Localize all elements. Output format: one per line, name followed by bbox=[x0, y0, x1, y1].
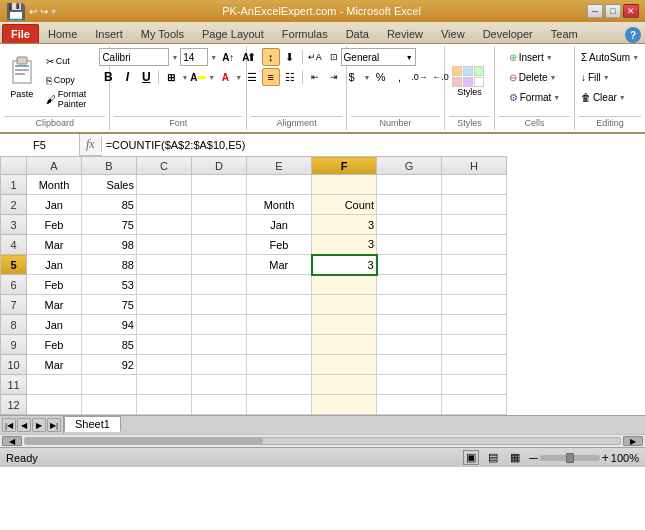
cell-G12[interactable] bbox=[377, 395, 442, 415]
cell-E2[interactable]: Month bbox=[247, 195, 312, 215]
align-right-button[interactable]: ☷ bbox=[281, 68, 299, 86]
italic-button[interactable]: I bbox=[118, 68, 136, 86]
cell-C2[interactable] bbox=[137, 195, 192, 215]
cell-F11[interactable] bbox=[312, 375, 377, 395]
cell-G8[interactable] bbox=[377, 315, 442, 335]
cell-E11[interactable] bbox=[247, 375, 312, 395]
cell-D6[interactable] bbox=[192, 275, 247, 295]
cell-A12[interactable] bbox=[27, 395, 82, 415]
cell-E7[interactable] bbox=[247, 295, 312, 315]
percent-button[interactable]: % bbox=[372, 68, 390, 86]
cell-D2[interactable] bbox=[192, 195, 247, 215]
cell-G4[interactable] bbox=[377, 235, 442, 255]
decrease-indent-button[interactable]: ⇤ bbox=[306, 68, 324, 86]
horizontal-scrollbar[interactable]: ◀ ▶ bbox=[0, 434, 645, 447]
maximize-button[interactable]: □ bbox=[605, 4, 621, 18]
row-header-3[interactable]: 3 bbox=[1, 215, 27, 235]
cell-E8[interactable] bbox=[247, 315, 312, 335]
clear-button[interactable]: 🗑 Clear ▼ bbox=[577, 88, 630, 106]
tab-data[interactable]: Data bbox=[337, 24, 378, 43]
format-button[interactable]: ⚙ Format ▼ bbox=[505, 88, 565, 106]
cell-E6[interactable] bbox=[247, 275, 312, 295]
cell-H2[interactable] bbox=[442, 195, 507, 215]
tab-developer[interactable]: Developer bbox=[474, 24, 542, 43]
top-align-button[interactable]: ⬆ bbox=[243, 48, 261, 66]
cell-A5[interactable]: Jan bbox=[27, 255, 82, 275]
copy-button[interactable]: ⎘ Copy bbox=[42, 71, 106, 89]
cell-D12[interactable] bbox=[192, 395, 247, 415]
cell-G2[interactable] bbox=[377, 195, 442, 215]
cell-A7[interactable]: Mar bbox=[27, 295, 82, 315]
font-name-dropdown-icon[interactable]: ▼ bbox=[171, 54, 178, 61]
cell-B1[interactable]: Sales bbox=[82, 175, 137, 195]
increase-font-button[interactable]: A↑ bbox=[219, 48, 237, 66]
wrap-text-button[interactable]: ↵A bbox=[306, 48, 324, 66]
cell-F2[interactable]: Count bbox=[312, 195, 377, 215]
cell-E4[interactable]: Feb bbox=[247, 235, 312, 255]
cell-C12[interactable] bbox=[137, 395, 192, 415]
col-header-A[interactable]: A bbox=[27, 157, 82, 175]
cell-G6[interactable] bbox=[377, 275, 442, 295]
col-header-E[interactable]: E bbox=[247, 157, 312, 175]
fill-dropdown-icon[interactable]: ▼ bbox=[208, 74, 215, 81]
row-header-8[interactable]: 8 bbox=[1, 315, 27, 335]
cell-E3[interactable]: Jan bbox=[247, 215, 312, 235]
tab-pagelayout[interactable]: Page Layout bbox=[193, 24, 273, 43]
row-header-1[interactable]: 1 bbox=[1, 175, 27, 195]
cell-H7[interactable] bbox=[442, 295, 507, 315]
border-dropdown-icon[interactable]: ▼ bbox=[181, 74, 188, 81]
cell-B3[interactable]: 75 bbox=[82, 215, 137, 235]
currency-button[interactable]: $ bbox=[341, 68, 363, 86]
cell-C6[interactable] bbox=[137, 275, 192, 295]
cell-F6[interactable] bbox=[312, 275, 377, 295]
cell-B10[interactable]: 92 bbox=[82, 355, 137, 375]
cell-C1[interactable] bbox=[137, 175, 192, 195]
redo-button[interactable]: ↪ bbox=[40, 6, 48, 17]
row-header-5[interactable]: 5 bbox=[1, 255, 27, 275]
cell-E10[interactable] bbox=[247, 355, 312, 375]
minimize-button[interactable]: ─ bbox=[587, 4, 603, 18]
cell-C5[interactable] bbox=[137, 255, 192, 275]
cell-A8[interactable]: Jan bbox=[27, 315, 82, 335]
cell-C9[interactable] bbox=[137, 335, 192, 355]
row-header-10[interactable]: 10 bbox=[1, 355, 27, 375]
cell-F1[interactable] bbox=[312, 175, 377, 195]
font-size-dropdown-icon[interactable]: ▼ bbox=[210, 54, 217, 61]
cell-F5[interactable]: 3 bbox=[312, 255, 377, 275]
tab-file[interactable]: File bbox=[2, 24, 39, 43]
bold-button[interactable]: B bbox=[99, 68, 117, 86]
row-header-6[interactable]: 6 bbox=[1, 275, 27, 295]
cell-E5[interactable]: Mar bbox=[247, 255, 312, 275]
delete-button[interactable]: ⊖ Delete ▼ bbox=[505, 68, 561, 86]
cell-G10[interactable] bbox=[377, 355, 442, 375]
cell-A6[interactable]: Feb bbox=[27, 275, 82, 295]
cell-F12[interactable] bbox=[312, 395, 377, 415]
cell-C10[interactable] bbox=[137, 355, 192, 375]
cell-B12[interactable] bbox=[82, 395, 137, 415]
sheet-nav-prev[interactable]: ◀ bbox=[17, 418, 31, 432]
cell-F7[interactable] bbox=[312, 295, 377, 315]
col-header-H[interactable]: H bbox=[442, 157, 507, 175]
cell-F9[interactable] bbox=[312, 335, 377, 355]
row-header-12[interactable]: 12 bbox=[1, 395, 27, 415]
cell-D5[interactable] bbox=[192, 255, 247, 275]
undo-button[interactable]: ↩ bbox=[29, 6, 37, 17]
cell-reference-box[interactable] bbox=[0, 134, 80, 156]
row-header-9[interactable]: 9 bbox=[1, 335, 27, 355]
cell-G5[interactable] bbox=[377, 255, 442, 275]
col-header-G[interactable]: G bbox=[377, 157, 442, 175]
view-normal-button[interactable]: ▣ bbox=[463, 450, 479, 465]
cell-B11[interactable] bbox=[82, 375, 137, 395]
zoom-out-button[interactable]: ─ bbox=[529, 451, 538, 465]
font-size-input[interactable] bbox=[180, 48, 208, 66]
currency-dropdown-icon[interactable]: ▼ bbox=[364, 74, 371, 81]
sheet-nav-last[interactable]: ▶| bbox=[47, 418, 61, 432]
tab-insert[interactable]: Insert bbox=[86, 24, 132, 43]
cell-B8[interactable]: 94 bbox=[82, 315, 137, 335]
cell-E1[interactable] bbox=[247, 175, 312, 195]
tab-team[interactable]: Team bbox=[542, 24, 587, 43]
formula-input[interactable] bbox=[102, 134, 645, 156]
cell-D4[interactable] bbox=[192, 235, 247, 255]
tab-mytools[interactable]: My Tools bbox=[132, 24, 193, 43]
cell-F3[interactable]: 3 bbox=[312, 215, 377, 235]
